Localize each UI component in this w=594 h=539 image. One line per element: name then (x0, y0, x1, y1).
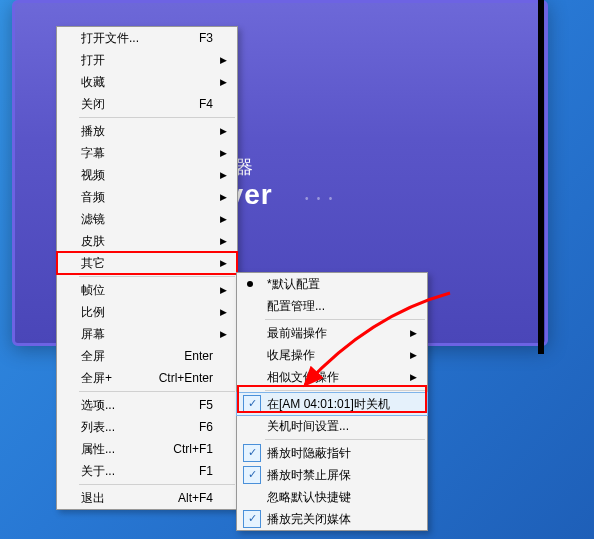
submenu-item-label: *默认配置 (267, 276, 320, 293)
menu-item-label: 选项... (81, 397, 115, 414)
menu-item-7[interactable]: 音频▶ (57, 186, 237, 208)
menu-separator (79, 484, 235, 485)
menu-item-shortcut: F3 (199, 31, 213, 45)
submenu-arrow-icon: ▶ (220, 55, 227, 65)
submenu-arrow-icon: ▶ (220, 258, 227, 268)
submenu-arrow-icon: ▶ (220, 148, 227, 158)
submenu-item-8[interactable]: ✓播放时禁止屏保 (237, 464, 427, 486)
submenu-arrow-icon: ▶ (220, 126, 227, 136)
submenu-arrow-icon: ▶ (220, 329, 227, 339)
menu-item-label: 收藏 (81, 74, 105, 91)
submenu-item-label: 在[AM 04:01:01]时关机 (267, 396, 390, 413)
decorative-dots: • • • (305, 193, 332, 204)
submenu-arrow-icon: ▶ (410, 328, 417, 338)
menu-item-16[interactable]: 选项...F5 (57, 394, 237, 416)
menu-item-label: 播放 (81, 123, 105, 140)
submenu-item-9[interactable]: 忽略默认快捷键 (237, 486, 427, 508)
menu-item-3[interactable]: 关闭F4 (57, 93, 237, 115)
menu-item-shortcut: F5 (199, 398, 213, 412)
menu-separator (265, 439, 425, 440)
submenu-item-4[interactable]: 相似文件操作▶ (237, 366, 427, 388)
submenu-item-10[interactable]: ✓播放完关闭媒体 (237, 508, 427, 530)
menu-item-shortcut: F6 (199, 420, 213, 434)
menu-item-9[interactable]: 皮肤▶ (57, 230, 237, 252)
menu-item-1[interactable]: 打开▶ (57, 49, 237, 71)
menu-item-15[interactable]: 全屏+Ctrl+Enter (57, 367, 237, 389)
submenu-item-2[interactable]: 最前端操作▶ (237, 322, 427, 344)
menu-item-label: 打开文件... (81, 30, 139, 47)
submenu-item-label: 最前端操作 (267, 325, 327, 342)
submenu-item-label: 相似文件操作 (267, 369, 339, 386)
menu-item-8[interactable]: 滤镜▶ (57, 208, 237, 230)
menu-item-17[interactable]: 列表...F6 (57, 416, 237, 438)
menu-item-label: 属性... (81, 441, 115, 458)
window-edge (538, 0, 544, 354)
checkmark-icon: ✓ (243, 395, 261, 413)
menu-item-label: 其它 (81, 255, 105, 272)
menu-item-shortcut: F4 (199, 97, 213, 111)
menu-separator (265, 390, 425, 391)
radio-bullet-icon (247, 281, 253, 287)
submenu-item-label: 播放时隐蔽指针 (267, 445, 351, 462)
menu-item-shortcut: Alt+F4 (178, 491, 213, 505)
menu-item-0[interactable]: 打开文件...F3 (57, 27, 237, 49)
submenu-arrow-icon: ▶ (410, 372, 417, 382)
menu-item-shortcut: F1 (199, 464, 213, 478)
menu-item-label: 字幕 (81, 145, 105, 162)
menu-item-10[interactable]: 其它▶ (57, 252, 237, 274)
checkmark-icon: ✓ (243, 510, 261, 528)
submenu-item-label: 关机时间设置... (267, 418, 349, 435)
menu-item-19[interactable]: 关于...F1 (57, 460, 237, 482)
menu-item-label: 滤镜 (81, 211, 105, 228)
menu-item-label: 屏幕 (81, 326, 105, 343)
submenu-item-7[interactable]: ✓播放时隐蔽指针 (237, 442, 427, 464)
submenu-arrow-icon: ▶ (220, 236, 227, 246)
submenu-item-label: 忽略默认快捷键 (267, 489, 351, 506)
submenu-arrow-icon: ▶ (220, 77, 227, 87)
submenu-item-5[interactable]: ✓在[AM 04:01:01]时关机 (236, 392, 428, 416)
submenu-arrow-icon: ▶ (220, 192, 227, 202)
submenu-item-3[interactable]: 收尾操作▶ (237, 344, 427, 366)
checkmark-icon: ✓ (243, 444, 261, 462)
submenu-item-label: 收尾操作 (267, 347, 315, 364)
menu-item-11[interactable]: 帧位▶ (57, 279, 237, 301)
submenu-arrow-icon: ▶ (410, 350, 417, 360)
menu-item-label: 关于... (81, 463, 115, 480)
menu-item-20[interactable]: 退出Alt+F4 (57, 487, 237, 509)
menu-item-label: 视频 (81, 167, 105, 184)
submenu-item-label: 配置管理... (267, 298, 325, 315)
submenu-arrow-icon: ▶ (220, 307, 227, 317)
menu-separator (79, 276, 235, 277)
menu-item-label: 帧位 (81, 282, 105, 299)
menu-item-shortcut: Enter (184, 349, 213, 363)
menu-item-label: 关闭 (81, 96, 105, 113)
menu-item-shortcut: Ctrl+F1 (173, 442, 213, 456)
context-submenu-other: *默认配置配置管理...最前端操作▶收尾操作▶相似文件操作▶✓在[AM 04:0… (236, 272, 428, 531)
menu-item-label: 列表... (81, 419, 115, 436)
menu-item-label: 退出 (81, 490, 105, 507)
menu-item-label: 全屏+ (81, 370, 112, 387)
menu-item-18[interactable]: 属性...Ctrl+F1 (57, 438, 237, 460)
menu-item-label: 皮肤 (81, 233, 105, 250)
menu-item-4[interactable]: 播放▶ (57, 120, 237, 142)
submenu-item-label: 播放完关闭媒体 (267, 511, 351, 528)
menu-item-5[interactable]: 字幕▶ (57, 142, 237, 164)
submenu-arrow-icon: ▶ (220, 285, 227, 295)
menu-item-label: 打开 (81, 52, 105, 69)
menu-item-13[interactable]: 屏幕▶ (57, 323, 237, 345)
submenu-arrow-icon: ▶ (220, 170, 227, 180)
menu-separator (265, 319, 425, 320)
menu-item-shortcut: Ctrl+Enter (159, 371, 213, 385)
submenu-item-0[interactable]: *默认配置 (237, 273, 427, 295)
submenu-item-6[interactable]: 关机时间设置... (237, 415, 427, 437)
menu-item-12[interactable]: 比例▶ (57, 301, 237, 323)
menu-item-14[interactable]: 全屏Enter (57, 345, 237, 367)
context-menu-main: 打开文件...F3打开▶收藏▶关闭F4播放▶字幕▶视频▶音频▶滤镜▶皮肤▶其它▶… (56, 26, 238, 510)
menu-item-label: 比例 (81, 304, 105, 321)
checkmark-icon: ✓ (243, 466, 261, 484)
menu-item-label: 音频 (81, 189, 105, 206)
submenu-item-label: 播放时禁止屏保 (267, 467, 351, 484)
submenu-item-1[interactable]: 配置管理... (237, 295, 427, 317)
menu-item-6[interactable]: 视频▶ (57, 164, 237, 186)
menu-item-2[interactable]: 收藏▶ (57, 71, 237, 93)
